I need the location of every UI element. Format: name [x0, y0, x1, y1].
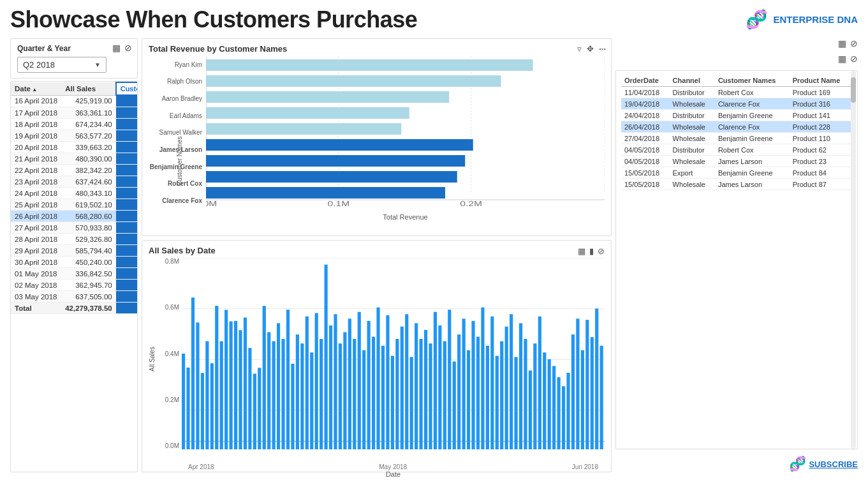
bar-icon2[interactable]: ▮ [589, 246, 594, 256]
more-icon[interactable]: ··· [599, 44, 606, 54]
col-customer-names: Customer Names [715, 75, 790, 87]
svg-rect-12 [206, 187, 445, 199]
table-row-cs: 0 [116, 176, 137, 188]
scroll-indicator[interactable] [851, 71, 856, 449]
table-row-sales: 674,234.40 [61, 119, 116, 130]
table-row-cs: 1 [116, 222, 137, 234]
right-row-customer: Clarence Fox [715, 98, 790, 110]
right-row-customer: Robert Cox [715, 87, 790, 98]
table-row-cs: 0 [116, 257, 137, 268]
right-row-date: 15/05/2018 [621, 167, 670, 179]
table-row-sales: 425,919.00 [61, 95, 116, 107]
table-row-date: 01 May 2018 [11, 268, 61, 280]
sales-y-axis-label: All Sales [149, 258, 158, 461]
block-icon[interactable]: ⊘ [124, 43, 132, 53]
table-row-sales: 450,240.00 [61, 257, 116, 268]
sales-x-label: Date [182, 470, 605, 478]
table-row-sales: 563,577.20 [61, 130, 116, 142]
right-row-customer: James Larson [715, 156, 790, 167]
table-row-sales: 529,326.80 [61, 234, 116, 245]
page-title: Showcase When Customers Purchase [10, 6, 858, 33]
right-row-product: Product 228 [790, 121, 852, 133]
right-bar-icon[interactable]: ▦ [838, 38, 846, 49]
table-row-date: 24 April 2018 [11, 188, 61, 199]
bar-chart-area: Ryan Kim Ralph Olson Aaron Bradley Earl … [149, 56, 605, 209]
right-row-product: Product 169 [790, 87, 852, 98]
table-row-date: 03 May 2018 [11, 291, 61, 303]
table-row-sales: 637,424.60 [61, 176, 116, 188]
right-top-icons2: ▦ ⊘ [615, 54, 858, 64]
table-row-sales: 637,505.00 [61, 291, 116, 303]
block-icon2[interactable]: ⊘ [598, 246, 605, 256]
svg-rect-5 [206, 75, 501, 87]
table-row-sales: 480,343.10 [61, 188, 116, 199]
col-order-date: OrderDate [621, 75, 670, 87]
expand-icon[interactable]: ✥ [587, 44, 594, 54]
bar-chart-svg: 0.0M 0.1M 0.2M [206, 56, 605, 209]
table-row-date: 02 May 2018 [11, 280, 61, 291]
filter-dropdown[interactable]: Q2 2018 ▼ [17, 57, 107, 73]
table-row-cs: 0 [116, 234, 137, 245]
col-channel: Channel [670, 75, 715, 87]
table-row-cs: 0 [116, 268, 137, 280]
bar-chart-widget: Total Revenue by Customer Names ▿ ✥ ··· … [142, 38, 612, 236]
logo-text: ENTERPRISE DNA [773, 14, 858, 26]
table-row-cs: 0 [116, 245, 137, 257]
svg-rect-8 [206, 123, 401, 135]
main-grid: ▦ ⊘ Quarter & Year Q2 2018 ▼ Date [10, 38, 858, 472]
right-top-icons: ▦ ⊘ [615, 38, 858, 49]
svg-text:0.0M: 0.0M [206, 200, 217, 207]
sales-chart-inner: All Sales 0.8M 0.6M 0.4M 0.2M 0.0M [149, 258, 605, 461]
table-row-sales: 619,502.10 [61, 199, 116, 211]
bar-chart-icons: ▿ ✥ ··· [577, 44, 606, 54]
right-bar-icon2[interactable]: ▦ [838, 54, 846, 64]
filter-icon[interactable]: ▿ [577, 44, 582, 54]
right-row-product: Product 141 [790, 110, 852, 121]
col-date: Date [11, 82, 61, 95]
bar-chart-icon[interactable]: ▦ [112, 43, 121, 53]
table-row-date: 21 April 2018 [11, 153, 61, 165]
sales-chart-icons: ▦ ▮ ⊘ [578, 246, 605, 256]
sales-chart-svg-container: Apr 2018 May 2018 Jun 2018 Date [182, 258, 605, 461]
svg-rect-7 [206, 107, 409, 119]
filter-widget-icons: ▦ ⊘ [112, 43, 132, 53]
table-row-cs: 0 [116, 107, 137, 119]
sales-x-ticks: Apr 2018 May 2018 Jun 2018 [182, 463, 605, 470]
table-row-sales: 570,933.80 [61, 222, 116, 234]
table-row-date: 22 April 2018 [11, 165, 61, 176]
svg-text:0.2M: 0.2M [460, 200, 482, 207]
right-row-product: Product 316 [790, 98, 852, 110]
left-table-scroll[interactable]: Date All Sales Customer Selected 16 Apri… [11, 82, 137, 472]
table-row-date: 30 April 2018 [11, 257, 61, 268]
table-row-cs: 0 [116, 142, 137, 153]
total-sales: 42,279,378.50 [61, 303, 116, 314]
right-row-product: Product 23 [790, 156, 852, 167]
subscribe-button[interactable]: SUBSCRIBE [809, 460, 858, 469]
bar-chart-title: Total Revenue by Customer Names [149, 44, 605, 54]
chevron-down-icon: ▼ [94, 61, 101, 68]
right-row-date: 27/04/2018 [621, 133, 670, 144]
svg-rect-10 [206, 155, 465, 167]
left-panel: ▦ ⊘ Quarter & Year Q2 2018 ▼ Date [10, 38, 138, 472]
svg-rect-11 [206, 171, 457, 183]
bar-chart-y-label: Customer Names [176, 137, 183, 186]
table-row-date: 23 April 2018 [11, 176, 61, 188]
table-row-sales: 362,945.70 [61, 280, 116, 291]
right-block-icon2[interactable]: ⊘ [850, 54, 858, 64]
right-row-product: Product 62 [790, 144, 852, 156]
right-block-icon[interactable]: ⊘ [850, 38, 858, 49]
table-row-cs: 0 [116, 280, 137, 291]
bar-icon[interactable]: ▦ [578, 246, 585, 256]
svg-text:0.1M: 0.1M [327, 200, 349, 207]
bottom-dna-icon: 🧬 [789, 456, 806, 472]
left-table-widget: Date All Sales Customer Selected 16 Apri… [10, 81, 138, 472]
total-label: Total [11, 303, 61, 314]
right-row-customer: Benjamin Greene [715, 133, 790, 144]
table-row-date: 20 April 2018 [11, 142, 61, 153]
right-row-channel: Wholesale [670, 156, 715, 167]
total-cs: 1 [116, 303, 137, 314]
right-row-channel: Wholesale [670, 121, 715, 133]
right-panel: ▦ ⊘ ▦ ⊘ OrderDate Channel Customer [615, 38, 858, 472]
dna-icon: 🧬 [746, 9, 768, 30]
scroll-thumb[interactable] [851, 77, 856, 103]
